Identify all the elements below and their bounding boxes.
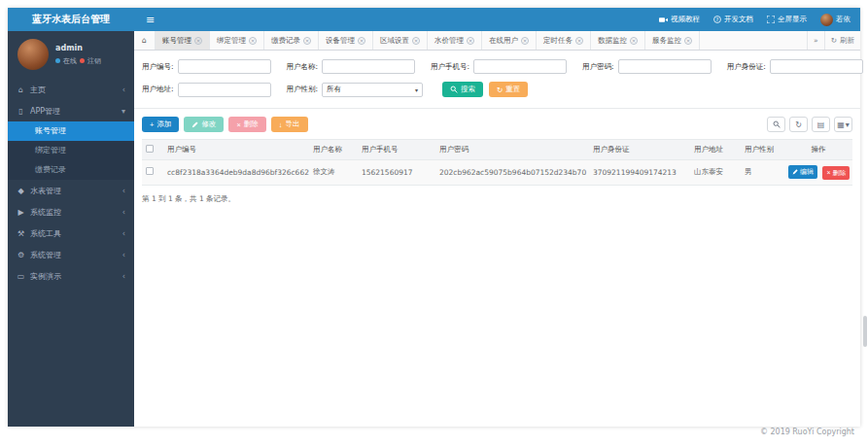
mobile-icon: ▯ [17, 107, 25, 116]
close-icon[interactable]: × [303, 37, 311, 45]
copyright-text: © 2019 RuoYi Copyright [760, 428, 854, 436]
table-columns-button[interactable]: ▤ [812, 117, 830, 132]
row-delete-label: 删除 [832, 168, 846, 178]
close-icon[interactable]: × [684, 37, 692, 45]
close-icon[interactable]: × [575, 37, 583, 45]
chevron-left-icon: ‹ [122, 272, 125, 281]
sidebar-item-home-label: 主页 [30, 85, 46, 95]
tab-water-price[interactable]: 水价管理 × [428, 31, 482, 50]
user-panel: admin 在线 注销 [8, 31, 134, 77]
tab-home[interactable]: ⌂ [134, 31, 156, 50]
user-gender-label: 用户性别: [287, 85, 319, 94]
user-password-label: 用户密码: [582, 62, 614, 72]
user-avatar[interactable] [17, 39, 49, 70]
row-delete-button[interactable]: × 删除 [822, 166, 850, 180]
delete-button[interactable]: × 删除 [228, 117, 265, 132]
sidebar-item-water-meter-label: 水表管理 [30, 186, 61, 196]
search-icon [450, 86, 458, 93]
close-icon: × [236, 120, 240, 129]
sidebar-item-home[interactable]: ⌂ 主页 ‹ [8, 79, 134, 100]
tab-label: 账号管理 [162, 36, 191, 46]
user-phone-input[interactable] [473, 59, 567, 74]
grid-icon: ▦ [837, 120, 845, 129]
tab-label: 设备管理 [326, 36, 355, 46]
reset-button[interactable]: ↻ 重置 [489, 82, 528, 97]
search-button[interactable]: 搜索 [442, 82, 483, 97]
tab-label: 定时任务 [543, 36, 573, 46]
close-icon[interactable]: × [521, 37, 529, 45]
edit-button[interactable]: 修改 [184, 117, 224, 132]
tab-label: 在线用户 [489, 36, 518, 46]
col-user-password: 用户密码 [435, 140, 589, 160]
user-address-input[interactable] [178, 83, 271, 97]
brand-title: 蓝牙水表后台管理 [8, 8, 134, 31]
close-icon[interactable]: × [467, 37, 474, 45]
tab-online-users[interactable]: 在线用户 × [482, 31, 537, 50]
download-icon: ↓ [279, 120, 283, 129]
tab-device[interactable]: 设备管理 × [319, 31, 373, 50]
pencil-icon [191, 121, 198, 128]
sidebar-item-sys-tools[interactable]: ⚒ 系统工具 ‹ [8, 223, 134, 244]
row-edit-button[interactable]: 编辑 [788, 165, 817, 179]
row-checkbox[interactable] [146, 167, 154, 175]
gear-icon: ⚙ [17, 251, 25, 259]
tab-account[interactable]: 账号管理 × [156, 31, 210, 50]
online-dot-icon [55, 58, 60, 63]
tab-binding[interactable]: 绑定管理 × [210, 31, 264, 50]
export-button[interactable]: ↓ 导出 [271, 117, 308, 132]
sidebar-subitem-binding[interactable]: 绑定管理 [8, 141, 134, 160]
tab-data-monitor[interactable]: 数据监控 × [591, 31, 645, 50]
scrollbar-thumb[interactable] [863, 316, 867, 347]
close-icon[interactable]: × [358, 37, 365, 45]
tabs-scroll-right-button[interactable]: » [807, 31, 824, 50]
row-edit-label: 编辑 [800, 167, 814, 177]
close-icon[interactable]: × [630, 37, 638, 45]
chevron-left-icon: ‹ [122, 187, 125, 195]
online-status-label: 在线 [63, 56, 77, 66]
user-no-input[interactable] [178, 59, 271, 74]
close-icon[interactable]: × [194, 37, 202, 45]
logout-link[interactable]: 注销 [87, 56, 101, 66]
tab-refresh-label: 刷新 [840, 36, 854, 46]
tab-payment-records[interactable]: 缴费记录 × [264, 31, 319, 50]
tab-bar: ⌂ 账号管理 × 绑定管理 × 缴费记录 × 设备管理 × 区域设置 × [134, 31, 860, 51]
header-username: 若依 [836, 15, 851, 24]
svg-text:?: ? [716, 17, 719, 22]
table-row[interactable]: cc8f2318a3364deb9da8d96bf326c662 徐文涛 156… [142, 160, 852, 186]
tab-label: 数据监控 [598, 36, 627, 46]
user-name-input[interactable] [322, 59, 415, 74]
sidebar-item-app-mgmt[interactable]: ▯ APP管理 ▾ [8, 100, 134, 121]
table-view-dropdown-button[interactable]: ▦ ▾ [834, 117, 852, 132]
sidebar-item-water-meter[interactable]: ◆ 水表管理 ‹ [8, 180, 134, 201]
add-button[interactable]: + 添加 [142, 117, 179, 132]
tab-scheduled-tasks[interactable]: 定时任务 × [537, 31, 591, 50]
home-icon: ⌂ [17, 86, 25, 94]
sidebar-subitem-account[interactable]: 账号管理 [8, 121, 134, 141]
hamburger-icon[interactable]: ≡ [134, 14, 166, 26]
sidebar-item-sys-tools-label: 系统工具 [30, 228, 61, 239]
fullscreen-link[interactable]: 全屏显示 [767, 15, 807, 24]
tab-refresh-button[interactable]: ↻ 刷新 [824, 31, 860, 50]
dev-docs-link[interactable]: ? 开发文档 [713, 15, 753, 24]
video-tutorial-link[interactable]: 视频教程 [659, 15, 700, 24]
sidebar-subitem-payment-records[interactable]: 缴费记录 [8, 160, 134, 180]
col-user-idcard: 用户身份证 [589, 140, 690, 160]
table-search-toggle-button[interactable] [767, 117, 785, 132]
table-refresh-button[interactable]: ↻ [789, 117, 808, 132]
close-icon[interactable]: × [249, 37, 257, 45]
user-idcard-input[interactable] [770, 59, 863, 74]
sidebar-item-sys-monitor[interactable]: ▶ 系统监控 ‹ [8, 201, 134, 223]
close-icon[interactable]: × [412, 37, 420, 45]
refresh-icon: ↻ [497, 86, 503, 94]
cell-user-phone: 15621560917 [358, 160, 435, 186]
select-all-checkbox[interactable] [146, 145, 154, 153]
user-gender-select[interactable]: 所有 ▾ [322, 83, 423, 97]
sidebar-item-sys-mgmt[interactable]: ⚙ 系统管理 ‹ [8, 244, 134, 265]
chevron-down-icon: ▾ [122, 107, 125, 116]
user-password-input[interactable] [618, 59, 712, 74]
profile-menu[interactable]: 若依 [820, 14, 851, 26]
tab-region[interactable]: 区域设置 × [373, 31, 428, 50]
tab-service-monitor[interactable]: 服务监控 × [645, 31, 700, 50]
sidebar-item-demo[interactable]: ▭ 实例演示 ‹ [8, 265, 134, 287]
app-submenu: 账号管理 绑定管理 缴费记录 [8, 121, 134, 180]
